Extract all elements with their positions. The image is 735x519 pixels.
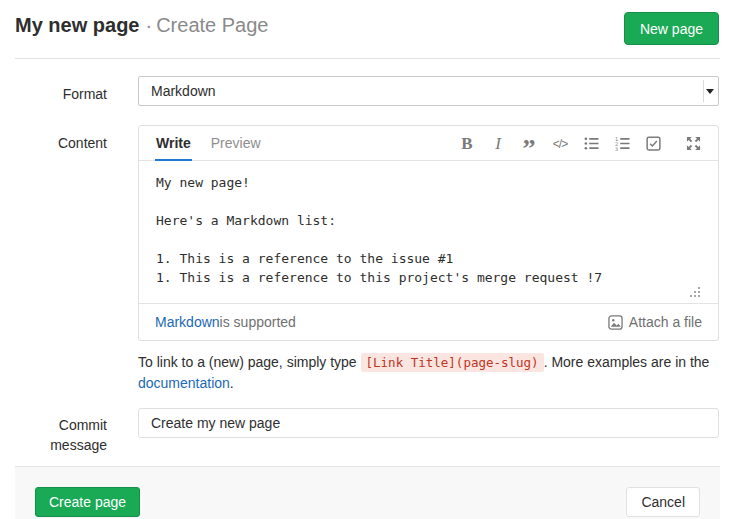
header-divider — [15, 58, 720, 59]
bold-icon[interactable]: B — [458, 126, 476, 161]
attach-file-button[interactable]: Attach a file — [608, 314, 702, 330]
editor-footer: Markdown is supported Attach a file — [139, 304, 718, 340]
documentation-link[interactable]: documentation — [138, 375, 230, 391]
create-page-button[interactable]: Create page — [35, 487, 140, 517]
tab-preview[interactable]: Preview — [210, 126, 262, 161]
content-label: Content — [0, 133, 107, 153]
toolbar-spacer — [262, 126, 445, 160]
format-select-wrapper: Markdown — [138, 76, 719, 106]
editor-textarea-wrapper: My new page! Here's a Markdown list: 1. … — [139, 161, 718, 304]
format-select[interactable]: Markdown — [138, 76, 719, 106]
attach-file-label: Attach a file — [629, 314, 702, 330]
numbered-list-icon[interactable]: 1 2 3 — [613, 126, 631, 161]
resize-grip-icon[interactable] — [690, 295, 692, 297]
bullet-list-icon[interactable] — [582, 126, 600, 161]
format-label: Format — [0, 84, 107, 104]
cancel-button[interactable]: Cancel — [626, 487, 700, 517]
page-title: My new page — [15, 14, 139, 36]
commit-message-input[interactable] — [138, 408, 719, 438]
commit-message-label: Commit message — [0, 415, 107, 455]
title-separator: · — [145, 14, 152, 36]
form-actions-bar: Create page Cancel — [15, 466, 720, 519]
quote-icon[interactable]: ” — [520, 126, 538, 161]
markdown-editor: Write Preview B I ” </> 1 2 3 — [138, 125, 719, 341]
svg-text:3: 3 — [615, 146, 618, 151]
create-wiki-page-screen: My new page·Create Page New page Format … — [0, 0, 735, 519]
page-subtitle: Create Page — [156, 14, 268, 36]
task-list-icon[interactable] — [644, 126, 662, 161]
link-hint-text: To link to a (new) page, simply type [Li… — [138, 352, 721, 393]
code-icon[interactable]: </> — [551, 126, 569, 161]
content-textarea[interactable]: My new page! Here's a Markdown list: 1. … — [139, 161, 718, 303]
tab-write[interactable]: Write — [155, 126, 192, 161]
markdown-help-link[interactable]: Markdown — [155, 314, 220, 330]
editor-toolbar: Write Preview B I ” </> 1 2 3 — [139, 126, 718, 161]
link-syntax-code: [Link Title](page-slug) — [361, 353, 544, 372]
italic-icon[interactable]: I — [489, 126, 507, 161]
markdown-supported-text: is supported — [220, 314, 296, 330]
page-header: My new page·Create Page New page — [15, 14, 719, 48]
fullscreen-icon[interactable] — [684, 126, 702, 161]
new-page-button[interactable]: New page — [624, 12, 719, 45]
attach-image-icon — [608, 315, 623, 330]
